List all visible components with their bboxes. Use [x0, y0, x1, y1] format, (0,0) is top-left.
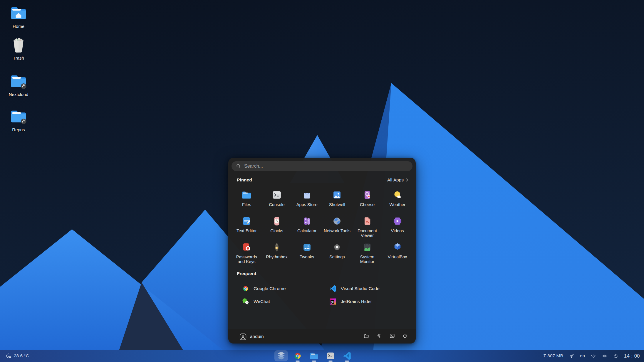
running-indicator — [345, 361, 349, 362]
desktop-icon-nextcloud[interactable]: Nextcloud — [2, 72, 35, 97]
footer-settings-button[interactable] — [376, 334, 382, 339]
app-label: Document Viewer — [354, 228, 381, 238]
memory-usage-label[interactable]: Σ 807 MB — [543, 353, 563, 358]
settings-icon — [331, 242, 343, 253]
pinned-app-text-editor[interactable]: Text Editor — [232, 213, 262, 239]
clock[interactable]: 14 : 00 — [624, 353, 640, 359]
pinned-app-weather[interactable]: Weather — [382, 187, 412, 213]
frequent-app-wechat[interactable]: WeChat — [242, 295, 329, 308]
pinned-app-clocks[interactable]: Clocks — [262, 213, 292, 239]
username: anduin — [250, 334, 264, 339]
pinned-section-header: Pinned All Apps — [237, 176, 409, 183]
pinned-app-settings[interactable]: Settings — [322, 239, 352, 265]
desktop-icon-home[interactable]: Home — [2, 4, 35, 29]
all-apps-button[interactable]: All Apps — [387, 177, 409, 183]
dock-vscode-button[interactable] — [339, 350, 355, 362]
rider-icon: RD — [329, 297, 337, 306]
app-label: Weather — [389, 202, 405, 207]
temperature-label: 28.6 °C — [14, 353, 29, 358]
files-icon — [241, 189, 252, 201]
shotwell-icon — [331, 189, 343, 201]
pinned-app-calculator[interactable]: Calculator — [292, 213, 322, 239]
desktop-icon-label: Nextcloud — [9, 92, 28, 97]
app-label: Apps Store — [296, 202, 318, 207]
dock-google-chrome-button[interactable] — [289, 350, 306, 362]
power-icon[interactable] — [613, 353, 618, 359]
pinned-app-videos[interactable]: Videos — [382, 213, 412, 239]
app-label: Network Tools — [324, 228, 350, 233]
app-label: Files — [242, 202, 251, 207]
pinned-app-virtualbox[interactable]: VirtualBox — [382, 239, 412, 265]
power-outline-icon — [402, 333, 408, 340]
svg-text:RD: RD — [331, 301, 334, 303]
clocks-icon — [271, 215, 282, 227]
desktop-icon-label: Repos — [12, 127, 25, 132]
pinned-app-rhythmbox[interactable]: Rhythmbox — [262, 239, 292, 265]
network-traffic-icon[interactable] — [569, 353, 574, 359]
frequent-title: Frequent — [237, 271, 256, 276]
all-apps-label: All Apps — [387, 177, 404, 183]
app-label: Passwords and Keys — [233, 255, 260, 264]
taskbar: 28.6 °C Σ 807 MB en 14 : 00 — [0, 350, 644, 362]
desktop-icon-trash[interactable]: Trash — [2, 35, 35, 60]
running-indicator — [312, 361, 316, 362]
app-label: Shotwell — [329, 202, 345, 207]
dock-files-button[interactable] — [306, 350, 322, 362]
gear-outline-icon — [376, 333, 382, 340]
app-label: Visual Studio Code — [341, 286, 380, 291]
trash-icon — [9, 35, 28, 54]
pinned-app-network-tools[interactable]: Network Tools — [322, 213, 352, 239]
app-label: Videos — [391, 228, 404, 233]
dock-terminal-button[interactable] — [322, 350, 339, 362]
app-label: Tweaks — [300, 255, 314, 259]
running-indicator — [296, 361, 300, 362]
running-indicator — [328, 361, 333, 362]
user-menu-button[interactable]: anduin — [239, 333, 264, 340]
frequent-app-visual-studio-code[interactable]: Visual Studio Code — [329, 282, 407, 295]
dock-app-launcher-button[interactable] — [273, 350, 289, 362]
vscode-icon — [329, 284, 337, 293]
footer-terminal-button[interactable] — [389, 334, 395, 339]
weather-applet[interactable]: 28.6 °C — [5, 350, 29, 362]
rhythmbox-icon — [271, 242, 282, 253]
app-launcher-menu: Search... Pinned All Apps FilesConsoleAp… — [228, 158, 416, 344]
search-icon — [236, 163, 242, 169]
volume-icon[interactable] — [602, 353, 607, 359]
pinned-app-apps-store[interactable]: Apps Store — [292, 187, 322, 213]
launcher-footer: anduin — [228, 329, 416, 344]
wechat-icon — [242, 297, 250, 306]
pinned-app-cheese[interactable]: Cheese — [352, 187, 383, 213]
pinned-app-system-monitor[interactable]: System Monitor — [352, 239, 383, 265]
cheese-icon — [362, 189, 373, 201]
system-monitor-icon — [362, 242, 373, 253]
frequent-app-google-chrome[interactable]: Google Chrome — [242, 282, 329, 295]
footer-power-button[interactable] — [402, 334, 408, 339]
pinned-app-shotwell[interactable]: Shotwell — [322, 187, 352, 213]
pinned-app-passwords-and-keys[interactable]: Passwords and Keys — [232, 239, 262, 265]
app-label: Settings — [329, 255, 345, 259]
console-icon — [271, 189, 282, 201]
pinned-app-files[interactable]: Files — [232, 187, 262, 213]
pinned-app-tweaks[interactable]: Tweaks — [292, 239, 322, 265]
videos-icon — [392, 215, 403, 227]
apps-store-icon — [301, 189, 313, 201]
search-placeholder: Search... — [244, 164, 263, 169]
search-input[interactable]: Search... — [232, 161, 412, 171]
desktop-icon-repos[interactable]: Repos — [2, 107, 35, 132]
app-label: Rhythmbox — [266, 255, 287, 259]
pinned-app-console[interactable]: Console — [262, 187, 292, 213]
network-tools-icon — [331, 215, 343, 227]
footer-files-button[interactable] — [363, 334, 369, 339]
text-editor-icon — [241, 215, 252, 227]
terminal-outline-icon — [389, 333, 395, 340]
app-label: JetBrains Rider — [341, 299, 372, 304]
app-label: Text Editor — [237, 228, 257, 233]
pinned-app-document-viewer[interactable]: Document Viewer — [352, 213, 383, 239]
wifi-icon[interactable] — [591, 353, 596, 359]
keyboard-layout-label[interactable]: en — [580, 353, 585, 358]
pinned-title: Pinned — [237, 177, 252, 183]
desktop-icon-label: Trash — [13, 55, 24, 60]
frequent-app-jetbrains-rider[interactable]: RDJetBrains Rider — [329, 295, 407, 308]
folder-link-icon — [9, 107, 28, 126]
app-label: System Monitor — [354, 255, 381, 264]
